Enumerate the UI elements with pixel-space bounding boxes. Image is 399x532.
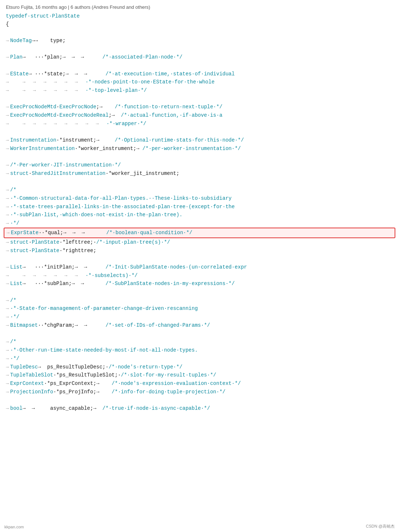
code-text: struct·PlanState·*lefttree;·/*·input·pla…: [10, 238, 170, 246]
code-text: → → → → → → ·*·subselects)·*/: [10, 271, 138, 280]
code-line: → /*: [0, 186, 399, 194]
code-line: → ProjectionInfo·*ps_ProjInfo;→ /*·info·…: [0, 388, 399, 396]
code-line-blank: [0, 396, 399, 404]
code-line: → EState→ ···*state;→ → → /*·at·executio…: [0, 70, 399, 78]
arrow-icon: →: [6, 305, 9, 313]
code-text: struct·PlanState·*righttree;: [10, 247, 96, 255]
arrow-icon: →: [6, 120, 9, 128]
code-text: /*: [10, 186, 16, 194]
code-text: EState→ ···*state;→ → → /*·at·execution·…: [10, 70, 235, 78]
code-text: ProjectionInfo·*ps_ProjInfo;→ /*·info·fo…: [10, 388, 225, 396]
code-line: → TupleDesc→ ps_ResultTupleDesc;·/*·node…: [0, 363, 399, 371]
code-line: → ·*·State·for·management·of·parameter-c…: [0, 304, 399, 313]
code-line: → List→ ···*subPlan;→ → /*·SubPlanState·…: [0, 280, 399, 288]
code-text: TupleTableSlot·*ps_ResultTupleSlot;·/*·s…: [10, 371, 216, 379]
arrow-icon: →: [6, 297, 9, 305]
arrow-icon: →: [6, 220, 9, 228]
code-text: ·*·State·for·management·of·parameter-cha…: [10, 304, 198, 312]
arrow-icon: →: [6, 364, 9, 371]
code-text: → → → → → → ·*·top-level·plan·*/: [10, 86, 147, 95]
code-line: → ·*/: [0, 355, 399, 363]
arrow-icon: →: [6, 203, 9, 211]
code-text: NodeTag→→ type;: [10, 37, 66, 45]
code-line-blank: [0, 61, 399, 70]
arrow-icon: →: [6, 389, 9, 396]
code-line: → ·*/: [0, 219, 399, 228]
code-text: ExprState··*qual;→ → → /*·boolean·qual·c…: [11, 229, 193, 237]
code-line-blank: [0, 128, 399, 136]
code-line-blank: [0, 330, 399, 338]
arrow-icon: →: [6, 239, 9, 247]
code-text: WorkerInstrumentation·*worker_instrument…: [10, 145, 241, 153]
code-line-blank: [0, 288, 399, 296]
code-line: → ·*·state·trees·parallel·links·in·the·a…: [0, 203, 399, 211]
code-text: List→ ···*initPlan;→ → /*·Init·SubPlanSt…: [10, 263, 247, 271]
code-line: → ExprContext·*ps_ExprContext;→ /*·node'…: [0, 379, 399, 388]
arrow-icon: →: [6, 355, 9, 363]
arrow-icon: →: [6, 162, 9, 169]
code-text: bool→ → async_capable;→ /*·true·if·node·…: [10, 404, 210, 412]
code-block: typedef·struct·PlanState { → NodeTag→→ t…: [0, 12, 399, 413]
arrow-icon: →: [6, 372, 9, 379]
code-line: → ExecProcNodeMtd·ExecProcNode;→ /*·func…: [0, 103, 399, 111]
code-text: Plan→ ···*plan;→ → → /*·associated·Plan·…: [10, 53, 182, 61]
code-text: TupleDesc→ ps_ResultTupleDesc;·/*·node's…: [10, 363, 183, 371]
code-line: → ·*/: [0, 313, 399, 321]
arrow-icon: →: [6, 347, 9, 355]
arrow-icon: →: [6, 37, 9, 45]
arrow-icon: →: [6, 104, 9, 111]
arrow-icon: →: [6, 145, 9, 153]
code-line: → → → → → → → → → ·*·wrapper·*/: [0, 120, 399, 128]
arrow-icon: →: [6, 280, 9, 288]
code-line: → /*: [0, 296, 399, 305]
code-line: → TupleTableSlot·*ps_ResultTupleSlot;·/*…: [0, 371, 399, 379]
highlighted-code-line: → ExprState··*qual;→ → → /*·boolean·qual…: [4, 228, 395, 238]
code-line: → WorkerInstrumentation·*worker_instrume…: [0, 145, 399, 153]
arrow-icon: →: [6, 247, 9, 255]
code-text: /*: [10, 296, 16, 304]
arrow-icon: →: [6, 112, 9, 120]
code-text: → → → → → → ·*·nodes·point·to·one·EState…: [10, 78, 215, 86]
code-line: → ExecProcNodeMtd·ExecProcNodeReal;→ /*·…: [0, 111, 399, 120]
code-line: → List→ ···*initPlan;→ → /*·Init·SubPlan…: [0, 263, 399, 271]
code-line: → → → → → → → ·*·subselects)·*/: [0, 271, 399, 280]
code-text: /*: [10, 338, 16, 346]
code-line-blank: [0, 153, 399, 161]
arrow-icon: →: [6, 322, 9, 330]
code-line: → → → → → → → ·*·top-level·plan·*/: [0, 86, 399, 95]
code-line-blank: [0, 45, 399, 53]
arrow-icon: →: [6, 187, 9, 194]
arrow-icon: →: [6, 170, 9, 178]
arrow-icon: →: [7, 229, 10, 237]
code-text: ExprContext·*ps_ExprContext;→ /*·node's·…: [10, 379, 241, 387]
arrow-icon: →: [6, 380, 9, 388]
code-line: → bool→ → async_capable;→ /*·true·if·nod…: [0, 404, 399, 413]
code-text: Instrumentation·*instrument;→ /*·Optiona…: [10, 136, 244, 144]
code-line: → struct·PlanState·*lefttree;·/*·input·p…: [0, 238, 399, 247]
code-line: typedef·struct·PlanState: [0, 12, 399, 20]
code-line-blank: [0, 29, 399, 37]
code-text: struct·SharedJitInstrumentation·*worker_…: [10, 169, 179, 177]
code-text: ExecProcNodeMtd·ExecProcNode;→ /*·functi…: [10, 103, 223, 111]
footer-logo: CSDN @高铭杰: [366, 524, 395, 529]
code-text: → → → → → → → → ·*·wrapper·*/: [10, 120, 146, 128]
code-line: → ·*·Other·run-time·state·needed·by·most…: [0, 346, 399, 355]
code-line: → ·*·Common·structural·data·for·all·Plan…: [0, 194, 399, 203]
code-text: ·*·state·trees·parallel·links·in·the·ass…: [10, 203, 235, 211]
arrow-icon: →: [6, 338, 9, 346]
code-line: → struct·SharedJitInstrumentation·*worke…: [0, 169, 399, 178]
arrow-icon: →: [6, 137, 9, 145]
watermark: kkpan.com: [4, 525, 24, 529]
code-line-blank: [0, 95, 399, 103]
code-text: ExecProcNodeMtd·ExecProcNodeReal;→ /*·ac…: [10, 111, 223, 119]
arrow-icon: →: [6, 54, 9, 61]
commit-meta: Etsuro Fujita, 16 months ago | 6 authors…: [0, 3, 399, 12]
arrow-icon: →: [6, 87, 9, 95]
arrow-icon: →: [6, 272, 9, 280]
code-line: → /*·Per-worker·JIT·instrumentation·*/: [0, 161, 399, 169]
code-line-blank: [0, 255, 399, 263]
code-text: ·*·subPlan·list,·which·does·not·exist·in…: [10, 211, 182, 219]
code-line: → Plan→ ···*plan;→ → → /*·associated·Pla…: [0, 53, 399, 61]
code-text: ·*/: [10, 313, 19, 321]
arrow-icon: →: [6, 264, 9, 271]
